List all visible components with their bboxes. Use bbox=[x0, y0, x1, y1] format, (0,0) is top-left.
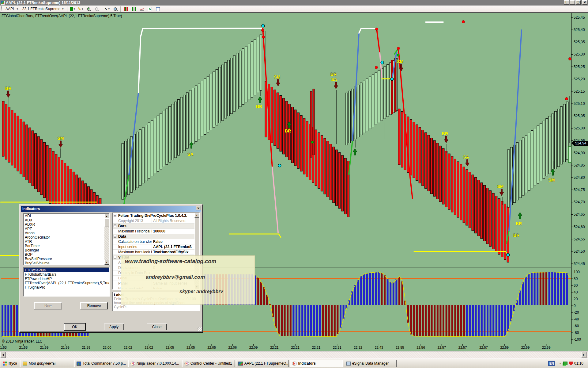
property-row[interactable]: Input seriesAAPL (22,1 FTRenkoS bbox=[113, 244, 194, 250]
selected-indicator-item[interactable]: FTGlobalChartBars bbox=[24, 272, 109, 277]
list-scrollbar[interactable]: ▲ ▼ bbox=[104, 214, 109, 265]
renko-bar bbox=[260, 35, 262, 90]
taskbar-button[interactable]: NIndicators bbox=[290, 360, 343, 367]
scroll-right-button[interactable]: ► bbox=[581, 352, 586, 358]
restore-button[interactable]: ❐ bbox=[575, 0, 581, 5]
renko-bar bbox=[528, 133, 530, 190]
interval-dropdown[interactable]: 22,1 FTRenkoSupreme▼ bbox=[21, 6, 66, 12]
link-button[interactable]: L bbox=[564, 0, 569, 5]
indicator-item[interactable]: BarTimer bbox=[24, 244, 104, 248]
close-dialog-button[interactable]: Close bbox=[147, 324, 167, 330]
dialog-titlebar[interactable]: Indicators bbox=[21, 206, 201, 212]
selected-indicator-item[interactable]: FTTrendOver(AAPL (22,1 FTRenkoSupreme),5… bbox=[24, 281, 109, 285]
apply-button[interactable]: Apply bbox=[104, 324, 124, 330]
property-row[interactable]: Calculate on bar closeFalse bbox=[113, 239, 194, 244]
indicator-item[interactable]: BOP bbox=[24, 252, 104, 257]
property-row[interactable]: Maximum bars look backTwoHundredFiftySix bbox=[113, 250, 194, 255]
indicator-item[interactable]: ADX bbox=[24, 218, 104, 222]
renko-bar bbox=[333, 147, 335, 203]
renko-bar bbox=[35, 134, 37, 189]
selected-indicator-item[interactable]: FTSignalPro bbox=[24, 285, 109, 289]
indicator-item[interactable]: ATR bbox=[24, 240, 104, 244]
security-shield-icon[interactable] bbox=[569, 362, 573, 366]
candle-chart-button[interactable] bbox=[130, 6, 138, 12]
zoom-in-button[interactable] bbox=[85, 6, 92, 12]
red-dot-marker bbox=[565, 98, 568, 100]
renko-bar bbox=[363, 81, 365, 133]
property-row[interactable]: Maximum Historical Bars100000 bbox=[113, 229, 194, 234]
indicator-item[interactable]: Aroon bbox=[24, 231, 104, 235]
taskbar-button[interactable]: AAPL (22,1 FTSupremeO... bbox=[236, 360, 289, 367]
cursor-button[interactable]: ↖▼ bbox=[104, 6, 111, 12]
available-indicators-list[interactable]: ADLADXADXRAPZAroonAroonOscillatorATRBarT… bbox=[23, 213, 110, 265]
toolbar-separator bbox=[102, 6, 102, 12]
close-button[interactable]: ✕ bbox=[582, 0, 587, 5]
renko-bar bbox=[198, 83, 200, 139]
selected-indicator-item[interactable]: FTPowerLineHP bbox=[24, 277, 109, 281]
report-button[interactable] bbox=[154, 6, 161, 12]
oscillator-bar bbox=[278, 305, 280, 334]
taskbar-button[interactable]: TTotal Commander 7.50 p... bbox=[74, 360, 127, 367]
new-button[interactable]: New bbox=[34, 302, 62, 309]
taskbar-button[interactable]: NControl Center - Untitled1 bbox=[182, 360, 235, 367]
tray-expand-icon[interactable]: « bbox=[560, 361, 562, 366]
price-tick-label: 525,15 bbox=[574, 89, 585, 94]
remove-button[interactable]: Remove bbox=[80, 302, 108, 309]
instrument-dropdown[interactable]: AAPL▼ bbox=[4, 6, 20, 12]
language-indicator[interactable]: EN bbox=[548, 361, 555, 366]
toolbar-grip[interactable] bbox=[1, 6, 2, 12]
renko-bar bbox=[327, 141, 329, 197]
renko-bar bbox=[398, 109, 400, 165]
renko-bar bbox=[271, 87, 273, 143]
start-button[interactable]: Пуск bbox=[1, 360, 19, 367]
scroll-left-button[interactable]: ◄ bbox=[0, 352, 6, 358]
network-icon[interactable] bbox=[563, 362, 567, 365]
indicator-item[interactable]: ADXR bbox=[24, 222, 104, 227]
taskbar-button[interactable]: NNinjaTrader 7.0.1000.14... bbox=[128, 360, 181, 367]
trend-line bbox=[414, 251, 508, 254]
indicator-item[interactable]: BuySellVolume bbox=[24, 261, 104, 265]
selected-indicators-list[interactable]: FTCyclePlusFTGlobalChartBarsFTPowerLineH… bbox=[23, 267, 110, 297]
green-dot-marker bbox=[397, 54, 399, 56]
selected-indicator-item[interactable]: FTCyclePlus bbox=[24, 268, 109, 272]
indicator-item[interactable]: Bollinger bbox=[24, 248, 104, 252]
taskbar-button[interactable]: eSignal Data Manager bbox=[344, 360, 397, 367]
zoom-out-button[interactable] bbox=[93, 6, 100, 12]
property-row[interactable]: −Felton Trading DivProCyclePlus 1.0.4.2. bbox=[113, 213, 194, 218]
indicator-item[interactable]: APZ bbox=[24, 227, 104, 231]
data-box-button[interactable] bbox=[111, 6, 119, 12]
renko-bar bbox=[2, 101, 4, 156]
taskbar-button[interactable]: Мои документы bbox=[21, 360, 73, 367]
dialog-close-icon[interactable]: ✕ bbox=[196, 206, 201, 210]
chart-trader-button[interactable] bbox=[122, 6, 130, 12]
scroll-up-icon[interactable]: ▲ bbox=[104, 214, 109, 218]
indicator-item[interactable]: AroonOscillator bbox=[24, 235, 104, 240]
time-tick-label: 22:31 bbox=[333, 346, 341, 349]
scroll-thumb[interactable] bbox=[104, 218, 109, 227]
window-titlebar[interactable]: AAPL (22,1 FTRenkoSupreme) 15/11/2013 L … bbox=[0, 0, 588, 6]
chart-style-button[interactable]: ▼ bbox=[69, 6, 76, 12]
property-row[interactable]: −Data bbox=[113, 234, 194, 239]
oscillator-bar bbox=[275, 305, 277, 328]
ninjatrader-window: BRSMSABRSMBRBRSASMBRSASMBRBRSM525,45525,… bbox=[0, 0, 588, 368]
property-row[interactable]: −Bars bbox=[113, 224, 194, 229]
line-chart-button[interactable] bbox=[138, 6, 145, 12]
resize-grip[interactable] bbox=[198, 327, 202, 331]
renko-bar bbox=[157, 116, 159, 171]
indicator-item[interactable]: BuySellPressure bbox=[24, 257, 104, 261]
account-button[interactable]: $ bbox=[146, 6, 153, 12]
horizontal-scrollbar[interactable]: ◄ ► bbox=[0, 351, 588, 358]
drawing-tools-button[interactable]: ✎▼ bbox=[77, 6, 84, 12]
scroll-down-icon[interactable]: ▼ bbox=[104, 260, 109, 265]
ok-button[interactable]: OK bbox=[64, 324, 85, 330]
scroll-up-icon[interactable]: ▲ bbox=[194, 213, 199, 218]
property-row[interactable]: Copyright 2013All Rights Reserved. bbox=[113, 218, 194, 224]
renko-bar bbox=[5, 104, 7, 159]
renko-bar bbox=[386, 65, 389, 117]
minimize-button[interactable]: _ bbox=[570, 0, 575, 5]
renko-bar bbox=[445, 151, 447, 207]
indicator-item[interactable]: ADL bbox=[24, 214, 104, 218]
oscillator-bar bbox=[463, 305, 465, 337]
trend-line bbox=[377, 29, 380, 53]
oscillator-bar bbox=[554, 272, 556, 305]
